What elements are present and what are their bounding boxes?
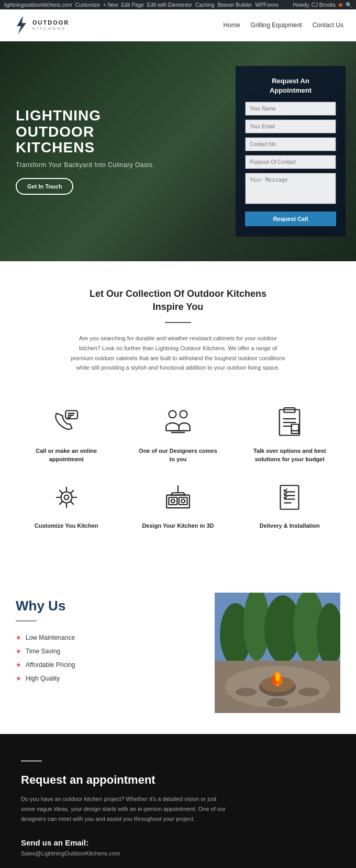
svg-point-4 (169, 410, 176, 418)
hero-subtitle: Transform Your Backyard Into Culinary Oa… (16, 161, 220, 169)
list-item: ★ High Quality (16, 675, 194, 682)
svg-point-42 (236, 688, 257, 696)
why-item-3: Affordable Pricing (26, 661, 75, 669)
steps-section: Call or make an onlineappointment One of… (0, 388, 356, 566)
message-field[interactable] (245, 173, 336, 204)
inspire-title: Let Our Collection Of Outdoor KitchensIn… (21, 287, 335, 314)
appointment-form-fields: Request Call (245, 102, 336, 226)
svg-point-43 (298, 688, 319, 696)
nav-links: Home Grilling Equipment Contact Us (224, 21, 343, 29)
step-options-label: Talk over options and bestsolutions for … (253, 447, 326, 463)
star-icon-1: ★ (16, 634, 21, 641)
inspire-section: Let Our Collection Of Outdoor KitchensIn… (0, 261, 356, 388)
hero-content: LIGHTNING OUTDOOR KITCHENS Transform You… (0, 108, 236, 195)
why-us-left: Why Us ★ Low Maintenance ★ Time Saving ★… (16, 593, 194, 688)
admin-bar-left: lightningoutdoorkitchens.com Customize +… (4, 2, 279, 8)
options-icon (271, 404, 308, 441)
get-in-touch-button[interactable]: Get In Touch (16, 178, 73, 195)
admin-edit-page[interactable]: Edit Page (121, 2, 143, 8)
star-icon-3: ★ (16, 661, 21, 669)
contact-field[interactable] (245, 137, 336, 151)
name-field[interactable] (245, 102, 336, 116)
star-icon-2: ★ (16, 648, 21, 655)
svg-point-44 (267, 698, 288, 707)
svg-point-5 (180, 410, 187, 418)
list-item: ★ Time Saving (16, 648, 194, 655)
admin-edit-elementor[interactable]: Edit with Elementor (147, 2, 192, 8)
admin-search-icon[interactable]: 🔍 (346, 2, 352, 8)
admin-howdy: Howdy, CJ Brooks (293, 2, 336, 8)
nav-contact[interactable]: Contact Us (313, 21, 343, 29)
svg-rect-23 (281, 485, 299, 509)
steps-row-2: Customize You Kitchen Design Your Kitche… (10, 479, 346, 530)
admin-caching[interactable]: Caching (195, 2, 215, 8)
why-item-2: Time Saving (26, 648, 60, 655)
design3d-icon (160, 479, 196, 516)
request-call-button[interactable]: Request Call (245, 212, 336, 226)
svg-point-22 (181, 499, 185, 503)
footer-email-value[interactable]: Sales@LightningOutdoorKitchens.com (21, 850, 335, 856)
admin-notifications-dot (339, 3, 342, 7)
step-customize: Customize You Kitchen (16, 479, 117, 530)
delivery-icon (271, 479, 308, 516)
svg-point-41 (275, 673, 280, 682)
phone-chat-icon (48, 404, 85, 441)
appointment-form-title: Request AnAppointment (245, 76, 336, 95)
admin-beaver[interactable]: Beaver Builder (218, 2, 252, 8)
step-phone-chat: Call or make an onlineappointment (16, 404, 117, 463)
hero-title: LIGHTNING OUTDOOR KITCHENS (16, 108, 220, 156)
hero-section: LIGHTNING OUTDOOR KITCHENS Transform You… (0, 41, 356, 261)
footer-appt-title: Request an appointment (21, 773, 335, 787)
footer-divider (21, 760, 42, 762)
step-delivery-label: Delivery & Installation (260, 522, 320, 530)
step-designer-label: One of our Designers comesto you (139, 447, 217, 463)
list-item: ★ Low Maintenance (16, 634, 194, 641)
step-design3d: Design Your Kitchen in 3D (128, 479, 228, 530)
appointment-form: Request AnAppointment Request Call (236, 66, 346, 237)
fire-pit-svg (215, 593, 340, 713)
svg-rect-18 (169, 497, 177, 505)
why-us-title: Why Us (16, 598, 194, 614)
why-us-right (215, 593, 340, 713)
nav-grilling[interactable]: Grilling Equipment (251, 21, 302, 29)
inspire-divider (165, 322, 191, 323)
logo-area: OUTDOOR KITCHENS (13, 15, 69, 36)
why-us-divider (16, 620, 37, 621)
email-field[interactable] (245, 119, 336, 133)
designer-icon (160, 404, 196, 441)
admin-wpforms[interactable]: WPForms (255, 2, 278, 8)
why-item-4: High Quality (26, 675, 60, 682)
admin-new[interactable]: + New (103, 2, 118, 8)
step-options: Talk over options and bestsolutions for … (239, 404, 340, 463)
svg-point-21 (171, 499, 175, 503)
steps-row-1: Call or make an onlineappointment One of… (10, 404, 346, 463)
admin-bar-right: Howdy, CJ Brooks 🔍 (293, 2, 352, 8)
footer-appt-text: Do you have an outdoor kitchen project? … (21, 794, 230, 824)
admin-customize[interactable]: Customize (75, 2, 100, 8)
svg-marker-0 (17, 16, 26, 35)
why-us-image (215, 593, 340, 713)
step-delivery: Delivery & Installation (239, 479, 340, 530)
svg-rect-13 (292, 425, 299, 434)
step-customize-label: Customize You Kitchen (35, 522, 98, 530)
footer-email-label: Send us an Email: (21, 838, 335, 847)
why-us-list: ★ Low Maintenance ★ Time Saving ★ Afford… (16, 634, 194, 682)
purpose-field[interactable] (245, 155, 336, 169)
step-designer: One of our Designers comesto you (128, 404, 228, 463)
why-item-1: Low Maintenance (26, 634, 75, 641)
step-phone-label: Call or make an onlineappointment (36, 447, 97, 463)
list-item: ★ Affordable Pricing (16, 661, 194, 669)
why-us-section: Why Us ★ Low Maintenance ★ Time Saving ★… (0, 566, 356, 734)
star-icon-4: ★ (16, 675, 21, 682)
nav-home[interactable]: Home (224, 21, 240, 29)
gear-icon (48, 479, 85, 516)
admin-url: lightningoutdoorkitchens.com (4, 2, 72, 8)
footer-dark: Request an appointment Do you have an ou… (0, 734, 356, 868)
svg-rect-19 (179, 497, 187, 505)
inspire-text: Are you searching for durable and weathe… (68, 333, 288, 373)
svg-point-16 (64, 495, 69, 500)
logo-icon (13, 15, 28, 36)
admin-bar: lightningoutdoorkitchens.com Customize +… (0, 0, 356, 9)
top-nav: OUTDOOR KITCHENS Home Grilling Equipment… (0, 9, 356, 41)
step-design3d-label: Design Your Kitchen in 3D (142, 522, 214, 530)
